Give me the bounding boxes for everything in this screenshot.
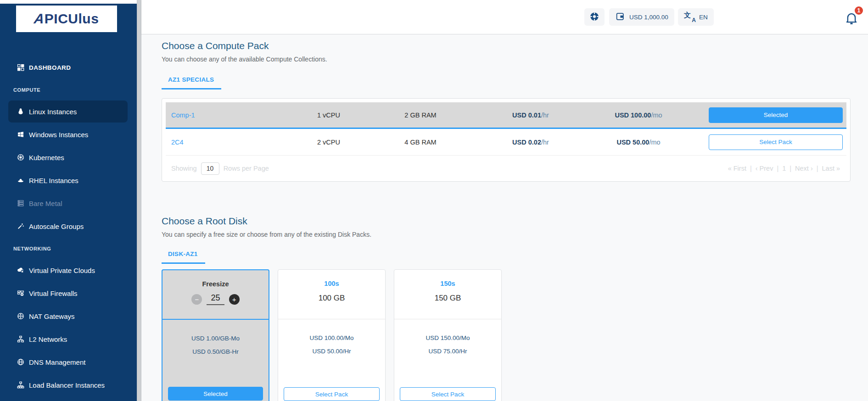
sidebar-item-label: Windows Instances <box>29 131 88 139</box>
sidebar-item-label: Load Balancer Instances <box>29 381 105 389</box>
compute-section-title: Choose a Compute Pack <box>162 40 851 51</box>
help-button[interactable] <box>584 8 605 26</box>
disk-pack-card-freesize: Freesize−25+USD 1.00/GB-MoUSD 0.50/GB-Hr… <box>162 269 269 401</box>
kubernetes-icon <box>17 153 25 162</box>
disk-pack-title: 150s <box>394 280 501 287</box>
translate-icon: 文A <box>684 12 695 22</box>
pagination-page-number[interactable]: 1 <box>782 165 786 172</box>
sidebar-item-linux-instances[interactable]: Linux Instances <box>8 100 128 123</box>
disk-price-monthly: USD 1.00/GB-Mo <box>162 332 269 345</box>
pack-monthly-price: USD 100.00/mo <box>583 111 694 119</box>
sidebar-item-label: Virtual Firewalls <box>29 290 78 297</box>
server-icon <box>17 199 25 207</box>
account-balance-button[interactable]: USD 1,000.00 <box>609 8 674 26</box>
selected-button[interactable]: Selected <box>168 387 263 401</box>
tab-az1-specials[interactable]: AZ1 SPECIALS <box>162 76 221 89</box>
sidebar-item-virtual-private-clouds[interactable]: Virtual Private Clouds <box>8 259 128 281</box>
sidebar-item-dns-management[interactable]: DNS Management <box>8 351 128 373</box>
sidebar-section-compute: COMPUTE <box>0 79 137 100</box>
disk-card-header: 100s100 GB <box>278 270 385 319</box>
disk-card-prices: USD 100.00/MoUSD 50.00/Hr <box>278 319 385 387</box>
sidebar-item-nat-gateways[interactable]: NAT Gateways <box>8 305 128 327</box>
select-pack-button[interactable]: Select Pack <box>284 387 380 401</box>
sidebar-item-windows-instances[interactable]: Windows Instances <box>8 123 128 145</box>
disk-section-title: Choose a Root Disk <box>162 216 851 227</box>
magic-wand-icon <box>17 222 25 230</box>
disk-size-value[interactable]: 25 <box>207 293 224 305</box>
pagination-next[interactable]: Next › <box>795 165 813 172</box>
rows-per-page-control: Showing Rows per Page <box>171 162 269 175</box>
sidebar-item-load-balancer-instances[interactable]: Load Balancer Instances <box>8 374 128 396</box>
sidebar-item-l2-networks[interactable]: L2 Networks <box>8 328 128 350</box>
disk-card-button-wrap: Selected <box>162 387 269 401</box>
disk-pack-size: 100 GB <box>278 294 385 303</box>
language-button[interactable]: 文A EN <box>678 8 714 26</box>
app-root: APICUlus DASHBOARDCOMPUTELinux Instances… <box>0 0 868 401</box>
pagination-separator: | <box>750 165 752 172</box>
selected-button[interactable]: Selected <box>709 107 843 123</box>
sidebar-section-networking: NETWORKING <box>0 238 137 259</box>
globe-icon <box>17 358 25 366</box>
sidebar-item-autoscale-groups[interactable]: Autoscale Groups <box>8 215 128 237</box>
pack-name-link[interactable]: Comp-1 <box>166 111 294 119</box>
lifebuoy-icon <box>589 11 599 23</box>
disk-card-prices: USD 150.00/MoUSD 75.00/Hr <box>394 319 501 387</box>
disk-card-header: Freesize−25+ <box>162 270 269 320</box>
sidebar-item-kubernetes[interactable]: Kubernetes <box>8 146 128 168</box>
pack-hourly-price: USD 0.02/hr <box>478 139 583 146</box>
pagination-last[interactable]: Last » <box>822 165 840 172</box>
sidebar-item-bare-metal[interactable]: Bare Metal <box>8 192 128 214</box>
pack-vcpu: 2 vCPU <box>294 139 363 146</box>
pack-button-cell: Selected <box>694 107 846 123</box>
pack-vcpu: 1 vCPU <box>294 111 363 119</box>
sidebar-item-label: DNS Management <box>29 358 85 366</box>
sidebar-item-label: Virtual Private Clouds <box>29 267 95 274</box>
decrease-size-button[interactable]: − <box>191 294 202 305</box>
table-pagination: Showing Rows per Page « First|‹ Prev|1|N… <box>166 156 846 181</box>
compute-section-subtitle: You can choose any of the available Comp… <box>162 56 851 63</box>
disk-pack-card-100s: 100s100 GBUSD 100.00/MoUSD 50.00/HrSelec… <box>278 269 386 401</box>
pagination-prev[interactable]: ‹ Prev <box>756 165 773 172</box>
rows-per-page-input[interactable] <box>201 162 219 175</box>
windows-icon <box>17 130 25 139</box>
disk-card-prices: USD 1.00/GB-MoUSD 0.50/GB-Hr <box>162 320 269 387</box>
select-pack-button[interactable]: Select Pack <box>709 134 843 150</box>
select-pack-button[interactable]: Select Pack <box>400 387 496 401</box>
sidebar-item-label: Autoscale Groups <box>29 223 84 230</box>
sidebar-item-rhel-instances[interactable]: RHEL Instances <box>8 169 128 191</box>
nat-gateway-icon <box>17 312 25 320</box>
dashboard-icon <box>17 63 25 72</box>
increase-size-button[interactable]: + <box>229 294 240 305</box>
tab-disk-az1[interactable]: DISK-AZ1 <box>162 251 205 264</box>
disk-card-button-wrap: Select Pack <box>278 387 385 401</box>
pack-button-cell: Select Pack <box>694 134 846 150</box>
firewall-icon <box>17 289 25 297</box>
wallet-icon <box>615 11 625 23</box>
disk-card-button-wrap: Select Pack <box>394 387 501 401</box>
sidebar-item-label: Kubernetes <box>29 154 64 162</box>
pack-hourly-price: USD 0.01/hr <box>478 111 583 119</box>
language-code: EN <box>699 14 708 21</box>
apiculus-logo[interactable]: APICUlus <box>16 6 117 32</box>
disk-size-stepper: −25+ <box>162 293 269 305</box>
disk-price-monthly: USD 150.00/Mo <box>394 331 501 345</box>
disk-tabs: DISK-AZ1 <box>162 250 851 264</box>
sidebar: APICUlus DASHBOARDCOMPUTELinux Instances… <box>0 4 137 401</box>
balance-amount: USD 1,000.00 <box>629 14 668 21</box>
sidebar-item-virtual-firewalls[interactable]: Virtual Firewalls <box>8 282 128 304</box>
notifications-button[interactable]: 1 <box>843 7 863 28</box>
pack-name-link[interactable]: 2C4 <box>166 139 294 146</box>
pack-ram: 2 GB RAM <box>363 111 478 119</box>
compute-pack-row: 2C42 vCPU4 GB RAMUSD 0.02/hrUSD 50.00/mo… <box>166 129 846 156</box>
sidebar-scrollbar[interactable] <box>137 0 141 401</box>
notification-badge: 1 <box>854 6 864 16</box>
disk-price-hourly: USD 75.00/Hr <box>394 345 501 358</box>
pagination-separator: | <box>777 165 778 172</box>
logo-text: APICUlus <box>34 11 99 27</box>
compute-tabs: AZ1 SPECIALS <box>162 75 851 89</box>
disk-pack-title: 100s <box>278 280 385 287</box>
sidebar-item-label: DASHBOARD <box>29 64 71 71</box>
sidebar-item-dashboard[interactable]: DASHBOARD <box>8 56 128 78</box>
pagination-first[interactable]: « First <box>728 165 746 172</box>
sidebar-item-label: RHEL Instances <box>29 177 78 184</box>
